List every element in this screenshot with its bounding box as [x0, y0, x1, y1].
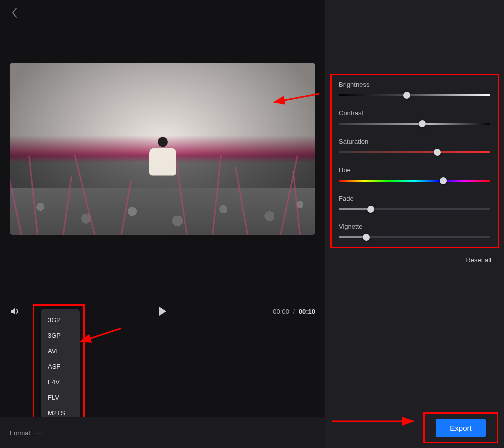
slider-fade[interactable]: Fade — [337, 195, 492, 210]
chevron-left-icon — [11, 7, 18, 18]
video-rocks-overlay — [10, 188, 315, 235]
slider-saturation-thumb[interactable] — [434, 149, 441, 156]
slider-fade-track[interactable] — [339, 208, 490, 210]
slider-contrast-thumb[interactable] — [419, 120, 426, 127]
slider-hue[interactable]: Hue — [337, 166, 492, 182]
bottom-bar: Format — — [0, 417, 325, 448]
playback-total: 00:10 — [299, 308, 315, 315]
slider-brightness-thumb[interactable] — [403, 92, 410, 99]
format-option-f4v[interactable]: F4V — [41, 374, 80, 390]
slider-contrast-label: Contrast — [339, 109, 490, 117]
annotation-redbox-export: Export — [423, 412, 498, 443]
slider-vignette-track[interactable] — [339, 236, 490, 238]
svg-line-1 — [88, 328, 121, 339]
slider-vignette[interactable]: Vignette — [337, 223, 492, 238]
slider-brightness-label: Brightness — [339, 81, 490, 88]
slider-vignette-thumb[interactable] — [363, 234, 370, 241]
slider-contrast-track[interactable] — [339, 123, 490, 125]
format-option-flv[interactable]: FLV — [41, 390, 80, 405]
playback-current: 00:00 — [273, 308, 289, 315]
slider-hue-track[interactable] — [339, 180, 490, 182]
format-option-avi[interactable]: AVI — [41, 343, 80, 359]
slider-vignette-fill — [339, 236, 366, 238]
export-button[interactable]: Export — [436, 419, 485, 437]
slider-fade-thumb[interactable] — [367, 206, 374, 213]
play-icon — [158, 306, 168, 317]
slider-saturation-track[interactable] — [339, 151, 490, 153]
playback-time: 00:00 / 00:10 — [273, 308, 315, 315]
play-button[interactable] — [158, 306, 168, 317]
video-subject — [148, 137, 177, 177]
slider-fade-fill — [339, 208, 371, 210]
reset-all-link[interactable]: Reset all — [466, 256, 491, 264]
volume-icon — [10, 306, 21, 316]
annotation-redbox-sliders — [330, 74, 499, 248]
slider-brightness[interactable]: Brightness — [337, 81, 492, 96]
slider-fade-label: Fade — [339, 195, 490, 202]
annotation-arrow-export — [330, 416, 419, 428]
format-option-3g2[interactable]: 3G2 — [41, 312, 80, 328]
slider-hue-label: Hue — [339, 166, 490, 174]
slider-saturation[interactable]: Saturation — [337, 138, 492, 153]
format-dash: — — [34, 428, 42, 437]
slider-contrast[interactable]: Contrast — [337, 109, 492, 125]
video-preview-area — [0, 0, 325, 297]
volume-button[interactable] — [10, 306, 21, 316]
video-frame[interactable] — [10, 63, 315, 235]
back-button[interactable] — [9, 7, 21, 19]
slider-hue-thumb[interactable] — [440, 177, 447, 184]
slider-saturation-label: Saturation — [339, 138, 490, 145]
format-option-3gp[interactable]: 3GP — [41, 328, 80, 343]
playback-sep: / — [293, 308, 295, 315]
slider-brightness-track[interactable] — [339, 94, 490, 96]
slider-vignette-label: Vignette — [339, 223, 490, 230]
annotation-arrow-format — [84, 324, 124, 346]
format-option-asf[interactable]: ASF — [41, 359, 80, 374]
format-label: Format — [10, 429, 30, 437]
color-adjust-panel: Brightness Contrast Saturation Hue — [337, 75, 492, 247]
